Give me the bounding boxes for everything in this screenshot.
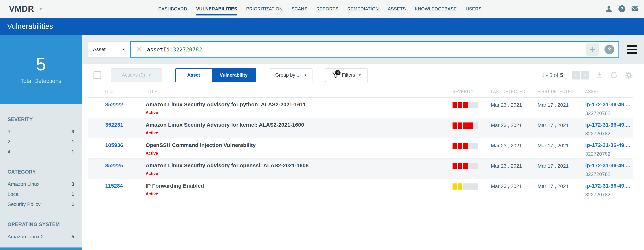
- status-badge: Active: [146, 110, 447, 115]
- qid-link[interactable]: 115284: [105, 183, 123, 189]
- svg-text:?: ?: [620, 6, 623, 11]
- last-detected-value: Mar 23 , 2021: [491, 183, 538, 199]
- asset-id: 322720782: [585, 151, 633, 157]
- facet-item-count: 1: [72, 149, 74, 155]
- previous-page-icon[interactable]: ‹: [572, 71, 580, 80]
- nav-item-scans[interactable]: SCANS: [292, 0, 308, 18]
- top-app-bar: VMDR ▼ DASHBOARDVULNERABILITIESPRIORITIZ…: [0, 0, 644, 18]
- vulnerability-title[interactable]: Amazon Linux Security Advisory for opens…: [146, 162, 447, 169]
- facet-item[interactable]: Amazon Linux3: [8, 179, 74, 189]
- qid-link[interactable]: 352225: [105, 162, 123, 168]
- table-row: 352225 Amazon Linux Security Advisory fo…: [88, 158, 633, 179]
- severity-bar: [452, 102, 491, 118]
- facet-item-count: 5: [72, 234, 74, 240]
- add-query-button[interactable]: +: [586, 43, 600, 56]
- asset-id: 322720782: [585, 192, 633, 198]
- facet-sidebar: 5 Total Detections SEVERITY 332141 CATEG…: [0, 35, 82, 250]
- qid-link[interactable]: 105936: [105, 142, 123, 148]
- facet-item[interactable]: 21: [8, 137, 74, 147]
- help-icon[interactable]: ?: [618, 5, 626, 13]
- nav-item-vulnerabilities[interactable]: VULNERABILITIES: [196, 0, 237, 18]
- facet-section: OPERATING SYSTEM Amazon Linux 25: [8, 221, 74, 242]
- status-badge: Active: [146, 151, 447, 156]
- chevron-down-icon: ▼: [304, 74, 307, 77]
- nav-item-assets[interactable]: ASSETS: [388, 0, 406, 18]
- table-header-row: QID TITLE SEVERITY LAST DETECTED FIRST D…: [88, 86, 633, 98]
- last-detected-value: Mar 23 , 2021: [491, 142, 538, 158]
- severity-bar: [452, 142, 491, 158]
- search-help-icon[interactable]: ?: [604, 44, 614, 54]
- facet-item-label: Local: [8, 191, 20, 197]
- app-logo-vmdr[interactable]: VMDR ▼: [9, 4, 43, 14]
- filters-count-badge: 4: [335, 70, 340, 75]
- column-header-qid: QID: [105, 89, 144, 94]
- total-detections-tile: 5 Total Detections: [0, 35, 82, 104]
- asset-link[interactable]: ip-172-31-36-49....: [585, 162, 633, 168]
- facet-item[interactable]: Amazon Linux 25: [8, 232, 74, 242]
- table-row: 105936 OpenSSH Command Injection Vulnera…: [88, 138, 633, 158]
- nav-item-knowledgebase[interactable]: KNOWLEDGEBASE: [415, 0, 457, 18]
- user-icon[interactable]: [605, 5, 613, 13]
- main-content: Asset ▼ ✕ assetId:322720782 + ? Actions …: [82, 35, 644, 250]
- chevron-down-icon: ▼: [122, 48, 126, 52]
- column-header-last-detected: LAST DETECTED: [491, 89, 535, 94]
- asset-link[interactable]: ip-172-31-36-49....: [585, 122, 633, 128]
- facet-section: SEVERITY 332141: [8, 116, 74, 157]
- select-all-checkbox[interactable]: [94, 72, 101, 79]
- facet-list: SEVERITY 332141 CATEGORY Amazon Linux3Lo…: [0, 116, 82, 250]
- facet-item[interactable]: Security Policy1: [8, 199, 74, 209]
- sidebar-next-tile-edge: [0, 248, 82, 250]
- vulnerability-title[interactable]: IP Forwarding Enabled: [146, 183, 447, 189]
- filters-button[interactable]: 4 Filters▼: [325, 68, 368, 82]
- nav-item-prioritization[interactable]: PRIORITIZATION: [246, 0, 282, 18]
- chevron-down-icon: ▼: [358, 74, 361, 77]
- facet-item[interactable]: Local1: [8, 189, 74, 199]
- chevron-down-icon: ▼: [148, 74, 152, 77]
- nav-item-dashboard[interactable]: DASHBOARD: [158, 0, 187, 18]
- pagination-total: 5: [560, 72, 563, 78]
- facet-section: CATEGORY Amazon Linux3Local1Security Pol…: [8, 169, 74, 209]
- detections-table: QID TITLE SEVERITY LAST DETECTED FIRST D…: [88, 86, 633, 199]
- table-row: 352222 Amazon Linux Security Advisory fo…: [88, 98, 633, 118]
- mail-icon[interactable]: [631, 5, 639, 13]
- group-by-button[interactable]: Group by ...▼: [270, 68, 312, 82]
- table-toolbar: Actions (0)▼ Asset Vulnerability Group b…: [82, 64, 644, 86]
- last-detected-value: Mar 23 , 2021: [491, 162, 538, 178]
- asset-id: 322720782: [585, 110, 633, 116]
- severity-bar: [452, 183, 491, 199]
- funnel-icon: 4: [332, 71, 340, 80]
- next-page-icon[interactable]: ›: [581, 71, 589, 80]
- vulnerability-title[interactable]: OpenSSH Command Injection Vulnerability: [146, 142, 447, 148]
- facet-item-label: Amazon Linux: [8, 181, 39, 187]
- page-title-bar: Vulnerabilities: [0, 18, 644, 35]
- top-navigation: DASHBOARDVULNERABILITIESPRIORITIZATIONSC…: [158, 0, 482, 18]
- download-icon[interactable]: [596, 71, 604, 79]
- facet-item-label: 3: [8, 129, 10, 134]
- menu-icon[interactable]: [627, 45, 637, 54]
- asset-link[interactable]: ip-172-31-36-49....: [585, 183, 633, 189]
- facet-section-title: CATEGORY: [8, 169, 69, 175]
- nav-item-remediation[interactable]: REMEDIATION: [347, 0, 379, 18]
- status-badge: Active: [146, 130, 447, 136]
- settings-gear-icon[interactable]: [624, 71, 633, 80]
- clear-search-icon[interactable]: ✕: [136, 46, 142, 54]
- vulnerability-title[interactable]: Amazon Linux Security Advisory for pytho…: [146, 102, 447, 108]
- nav-item-users[interactable]: USERS: [466, 0, 482, 18]
- facet-item[interactable]: 41: [8, 147, 74, 157]
- search-input[interactable]: ✕ assetId:322720782 + ?: [130, 41, 619, 58]
- qid-link[interactable]: 352222: [105, 102, 123, 107]
- nav-item-reports[interactable]: REPORTS: [316, 0, 338, 18]
- vulnerability-title[interactable]: Amazon Linux Security Advisory for kerne…: [146, 122, 447, 128]
- facet-item[interactable]: 33: [8, 126, 74, 137]
- view-tab-vulnerability[interactable]: Vulnerability: [212, 69, 256, 82]
- page-title: Vulnerabilities: [7, 22, 53, 30]
- asset-link[interactable]: ip-172-31-36-49....: [585, 102, 633, 108]
- pagination-label: 1 - 5 of5: [542, 72, 563, 78]
- asset-link[interactable]: ip-172-31-36-49....: [585, 142, 633, 148]
- view-tab-asset[interactable]: Asset: [176, 69, 212, 82]
- search-scope-dropdown[interactable]: Asset ▼: [88, 41, 130, 58]
- column-header-title: TITLE: [146, 89, 437, 94]
- actions-button[interactable]: Actions (0)▼: [111, 68, 162, 82]
- qid-link[interactable]: 352231: [105, 122, 123, 128]
- refresh-icon[interactable]: [610, 71, 618, 80]
